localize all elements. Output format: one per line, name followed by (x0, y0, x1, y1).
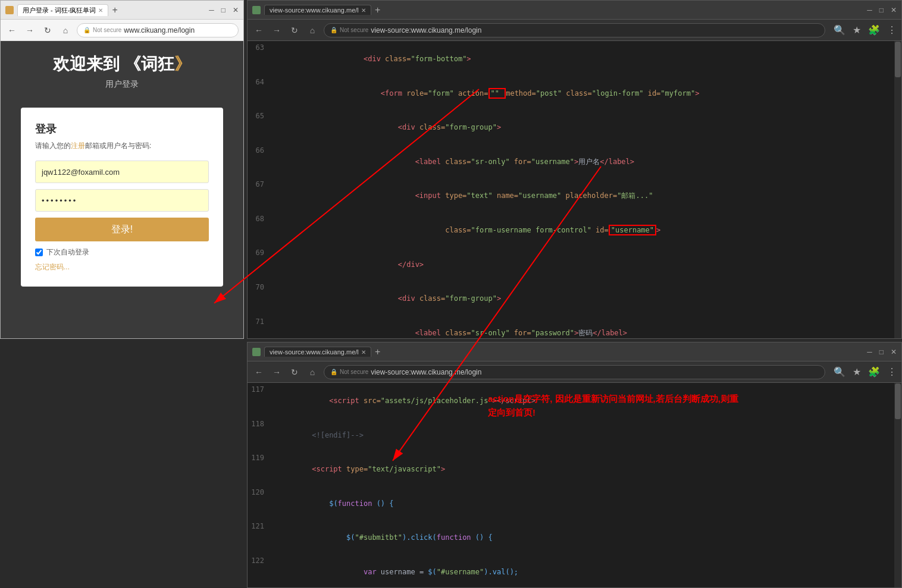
rt-security-icon: 🔒 (330, 27, 337, 33)
left-tab-title: 用户登录 - 词狂-疯狂单词 (23, 6, 96, 15)
reload-btn[interactable]: ↻ (41, 24, 54, 37)
login-submit-btn[interactable]: 登录! (35, 218, 209, 241)
bot-security-icon: 🔒 (330, 369, 337, 375)
login-box-title: 登录 (35, 122, 209, 136)
left-titlebar: 用户登录 - 词狂-疯狂单词 ✕ + ─ □ ✕ (1, 1, 243, 20)
bottom-tab-favicon (252, 348, 261, 356)
security-icon: 🔒 (83, 27, 90, 33)
right-top-address-bar[interactable]: 🔒 Not secure view-source:www.cikuang.me/… (324, 23, 825, 37)
right-top-new-tab-btn[interactable]: + (375, 5, 380, 15)
register-link[interactable]: 注册 (71, 142, 85, 150)
bottom-browser-window: view-source:www.cikuang.me/lo... ✕ + ─ □… (247, 342, 902, 588)
rt-maximize-btn[interactable]: □ (879, 6, 884, 14)
bot-back-btn[interactable]: ← (252, 366, 265, 379)
left-new-tab-btn[interactable]: + (112, 5, 117, 15)
left-tab-close[interactable]: ✕ (98, 7, 103, 14)
left-tab-favicon (5, 6, 14, 14)
right-top-tab-active[interactable]: view-source:www.cikuang.me/lo... ✕ (264, 5, 371, 15)
forward-btn[interactable]: → (23, 24, 36, 37)
source-line-71: 71 <label class="sr-only" for="password"… (248, 316, 894, 339)
rt-extensions-icon[interactable]: 🧩 (868, 24, 880, 36)
right-top-tab-favicon (252, 6, 261, 14)
minimize-btn[interactable]: ─ (209, 6, 214, 14)
right-top-scrollbar-thumb[interactable] (895, 42, 901, 77)
bot-maximize-btn[interactable]: □ (879, 348, 884, 356)
left-toolbar: ← → ↻ ⌂ 🔒 Not secure www.cikuang.me/logi… (1, 20, 243, 41)
bottom-titlebar: view-source:www.cikuang.me/lo... ✕ + ─ □… (248, 342, 901, 361)
right-top-toolbar: ← → ↻ ⌂ 🔒 Not secure view-source:www.cik… (248, 20, 901, 41)
back-btn[interactable]: ← (5, 24, 18, 37)
bot-url: view-source:www.cikuang.me/login (371, 368, 481, 376)
remember-me-checkbox[interactable] (35, 249, 43, 256)
source-line-121: 121 $("#submitbt").click(function () { (248, 521, 894, 555)
source-line-120: 120 $(function () { (248, 487, 894, 521)
source-line-67: 67 <input type="text" name="username" pl… (248, 179, 894, 213)
rt-menu-icon[interactable]: ⋮ (887, 24, 897, 36)
left-tab-active[interactable]: 用户登录 - 词狂-疯狂单词 ✕ (17, 4, 108, 16)
rt-search-icon[interactable]: 🔍 (834, 24, 845, 36)
bot-extensions-icon[interactable]: 🧩 (868, 366, 880, 378)
rt-back-btn[interactable]: ← (252, 24, 265, 37)
close-btn[interactable]: ✕ (233, 6, 239, 14)
left-url: www.cikuang.me/login (124, 26, 195, 34)
bottom-address-bar[interactable]: 🔒 Not secure view-source:www.cikuang.me/… (324, 365, 825, 379)
right-top-scrollbar[interactable] (894, 41, 901, 338)
rt-close-btn[interactable]: ✕ (891, 6, 897, 14)
rt-bookmark-icon[interactable]: ★ (853, 24, 861, 36)
email-input[interactable] (35, 161, 209, 183)
left-browser-window: 用户登录 - 词狂-疯狂单词 ✕ + ─ □ ✕ ← → ↻ ⌂ 🔒 Not s… (0, 0, 244, 339)
forgot-password-link[interactable]: 忘记密码... (35, 263, 70, 271)
rt-minimize-btn[interactable]: ─ (867, 6, 872, 14)
bot-minimize-btn[interactable]: ─ (867, 348, 872, 356)
right-top-source-content: 63 <div class="form-bottom"> 64 <form ro… (248, 41, 894, 338)
bottom-toolbar: ← → ↻ ⌂ 🔒 Not secure view-source:www.cik… (248, 361, 901, 383)
source-line-64: 64 <form role="form" action="" method="p… (248, 77, 894, 111)
bottom-scrollbar-thumb[interactable] (895, 383, 901, 419)
source-line-119: 119 <script type="text/javascript"> (248, 452, 894, 487)
source-line-69: 69 </div> (248, 247, 894, 282)
source-line-122: 122 var username = $("#username").val(); (248, 555, 894, 587)
left-address-bar[interactable]: 🔒 Not secure www.cikuang.me/login (77, 23, 239, 37)
source-line-68: 68 class="form-username form-control" id… (248, 213, 894, 248)
bottom-source-content: 117 <script src="assets/js/placeholder.j… (248, 383, 894, 587)
left-page-content: 欢迎来到 《词狂》 用户登录 登录 请输入您的注册邮箱或用户名与密码: 登录! … (1, 41, 243, 338)
home-btn[interactable]: ⌂ (59, 24, 72, 37)
source-line-70: 70 <div class="form-group"> (248, 282, 894, 316)
bot-reload-btn[interactable]: ↻ (288, 366, 301, 379)
bot-home-btn[interactable]: ⌂ (306, 366, 319, 379)
right-top-titlebar: view-source:www.cikuang.me/lo... ✕ + ─ □… (248, 1, 901, 20)
bot-search-icon[interactable]: 🔍 (834, 366, 845, 378)
remember-me-row: 下次自动登录 (35, 247, 209, 257)
password-input[interactable] (35, 189, 209, 212)
bottom-tab-active[interactable]: view-source:www.cikuang.me/lo... ✕ (264, 347, 371, 357)
not-secure-label: Not secure (93, 27, 121, 33)
bot-bookmark-icon[interactable]: ★ (853, 366, 861, 378)
source-line-66: 66 <label class="sr-only" for="username"… (248, 145, 894, 180)
user-login-subtitle: 用户登录 (53, 79, 191, 90)
source-line-117: 117 <script src="assets/js/placeholder.j… (248, 384, 894, 419)
login-form-box: 登录 请输入您的注册邮箱或用户名与密码: 登录! 下次自动登录 忘记密码... (21, 108, 223, 287)
bottom-new-tab-btn[interactable]: + (375, 347, 380, 357)
rt-not-secure-label: Not secure (340, 27, 368, 33)
source-line-65: 65 <div class="form-group"> (248, 111, 894, 145)
right-top-browser-window: view-source:www.cikuang.me/lo... ✕ + ─ □… (247, 0, 902, 339)
rt-url: view-source:www.cikuang.me/login (371, 26, 481, 34)
login-box-desc: 请输入您的注册邮箱或用户名与密码: (35, 141, 209, 151)
bot-forward-btn[interactable]: → (270, 366, 283, 379)
site-title: 欢迎来到 《词狂》 (53, 53, 191, 76)
source-line-118: 118 <![endif]--> (248, 419, 894, 453)
bottom-scrollbar[interactable] (894, 383, 901, 587)
maximize-btn[interactable]: □ (221, 6, 226, 14)
right-top-tab-close[interactable]: ✕ (361, 7, 366, 14)
source-line-63: 63 <div class="form-bottom"> (248, 42, 894, 77)
right-top-tab-title: view-source:www.cikuang.me/lo... (270, 7, 359, 14)
bot-menu-icon[interactable]: ⋮ (887, 366, 897, 378)
bottom-tab-title: view-source:www.cikuang.me/lo... (270, 348, 359, 356)
remember-me-label: 下次自动登录 (46, 247, 89, 257)
rt-home-btn[interactable]: ⌂ (306, 24, 319, 37)
rt-forward-btn[interactable]: → (270, 24, 283, 37)
bot-not-secure-label: Not secure (340, 369, 368, 375)
rt-reload-btn[interactable]: ↻ (288, 24, 301, 37)
bot-close-btn[interactable]: ✕ (891, 348, 897, 356)
bottom-tab-close[interactable]: ✕ (361, 349, 366, 356)
